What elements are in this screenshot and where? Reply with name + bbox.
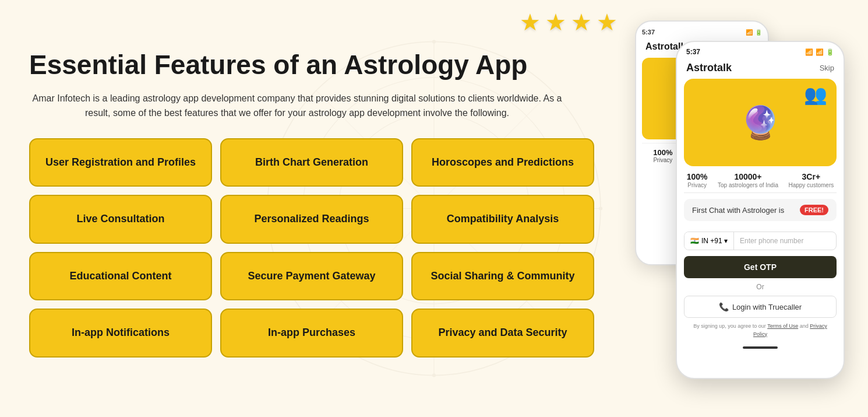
feature-btn-personalized-readings[interactable]: Personalized Readings <box>220 195 403 243</box>
rating-stars: ★ ★ ★ ★ <box>520 9 618 36</box>
phone-front-wifi-icon: 📶 <box>805 48 813 56</box>
phone-front-battery-icon: 🔋 <box>826 48 834 56</box>
feature-btn-social-sharing[interactable]: Social Sharing & Community <box>411 252 594 300</box>
get-otp-button[interactable]: Get OTP <box>684 256 837 278</box>
phone-area: 5:37 📶 🔋 Astrotalk Skip 🔮 👥 <box>629 6 862 402</box>
terms-of-service-text: By signing up, you agree to our Terms of… <box>684 323 837 338</box>
feature-btn-horoscopes[interactable]: Horoscopes and Predictions <box>411 138 594 187</box>
phone-front-illustration: 🔮 👥 <box>684 79 837 166</box>
phone-back-stat-privacy-num: 100% <box>653 148 672 157</box>
page-subtitle: Amar Infotech is a leading astrology app… <box>29 91 565 121</box>
or-divider-text: Or <box>684 283 837 291</box>
phone-front-status-bar: 5:37 📶 📶 🔋 <box>677 42 844 59</box>
phone-input-area: 🇮🇳 IN +91 ▾ Enter phone number Get OTP O… <box>677 227 844 343</box>
page-title: Essential Features of an Astrology App <box>29 50 600 80</box>
star-3: ★ <box>571 9 592 36</box>
feature-btn-privacy-security[interactable]: Privacy and Data Security <box>411 309 594 357</box>
phone-front-astrologers-label: Top astrologers of India <box>718 181 778 189</box>
phone-front-stats: 100% Privacy 10000+ Top astrologers of I… <box>677 166 844 192</box>
phone-divider-1 <box>684 192 837 193</box>
phone-front-header: Astrotalk Skip <box>677 59 844 79</box>
right-section: 5:37 📶 🔋 Astrotalk Skip 🔮 👥 <box>623 0 868 417</box>
feature-btn-secure-payment[interactable]: Secure Payment Gateway <box>220 252 403 300</box>
phone-number-input-group: 🇮🇳 IN +91 ▾ Enter phone number <box>684 232 837 250</box>
wifi-icon: 📶 <box>746 29 753 36</box>
battery-icon: 🔋 <box>755 29 762 36</box>
phone-front-appname: Astrotalk <box>686 62 732 74</box>
truecaller-login-button[interactable]: 📞 Login with Truecaller <box>684 296 837 318</box>
free-badge: FREE! <box>800 205 828 215</box>
country-code-text: IN +91 ▾ <box>701 237 728 245</box>
truecaller-icon: 📞 <box>719 302 729 311</box>
terms-of-use-link[interactable]: Terms of Use <box>767 323 798 329</box>
first-chat-text: First Chat with Astrologer is <box>692 206 784 215</box>
feature-btn-compatibility[interactable]: Compatibility Analysis <box>411 195 594 243</box>
star-4: ★ <box>597 9 618 36</box>
first-chat-banner: First Chat with Astrologer is FREE! <box>684 199 837 221</box>
feature-btn-inapp-purchases[interactable]: In-app Purchases <box>220 309 403 357</box>
phone-front-privacy-num: 100% <box>687 172 708 181</box>
feature-btn-live-consultation[interactable]: Live Consultation <box>29 195 212 243</box>
feature-btn-user-registration[interactable]: User Registration and Profiles <box>29 138 212 187</box>
phone-front-astrologers-num: 10000+ <box>718 172 778 181</box>
phone-back-status: 5:37 📶 🔋 <box>642 29 762 36</box>
phone-front-customers-num: 3Cr+ <box>788 172 834 181</box>
star-1: ★ <box>520 9 541 36</box>
features-grid: User Registration and Profiles Birth Cha… <box>29 138 594 358</box>
left-section: Essential Features of an Astrology App A… <box>0 0 623 417</box>
phone-back-stat-privacy-label: Privacy <box>653 157 672 163</box>
feature-btn-educational-content[interactable]: Educational Content <box>29 252 212 300</box>
page-wrapper: ★ ★ ★ ★ Essential Features of an Astrolo… <box>0 0 868 417</box>
phone-front-skip[interactable]: Skip <box>820 64 834 72</box>
star-2: ★ <box>545 9 566 36</box>
feature-btn-inapp-notifications[interactable]: In-app Notifications <box>29 309 212 357</box>
country-code-selector[interactable]: 🇮🇳 IN +91 ▾ <box>684 232 734 250</box>
truecaller-label: Login with Truecaller <box>732 303 802 311</box>
phone-number-placeholder[interactable]: Enter phone number <box>734 232 836 250</box>
phone-front-customers-label: Happy customers <box>788 181 834 189</box>
phone-front-mockup: 5:37 📶 📶 🔋 Astrotalk Skip 🔮 👥 <box>676 41 845 379</box>
phone-front-signal-icon: 📶 <box>816 48 824 56</box>
feature-btn-birth-chart[interactable]: Birth Chart Generation <box>220 138 403 187</box>
phone-front-time: 5:37 <box>686 48 700 56</box>
phone-home-indicator <box>743 346 778 349</box>
phone-back-time: 5:37 <box>642 29 655 36</box>
phone-front-privacy-label: Privacy <box>687 181 708 189</box>
